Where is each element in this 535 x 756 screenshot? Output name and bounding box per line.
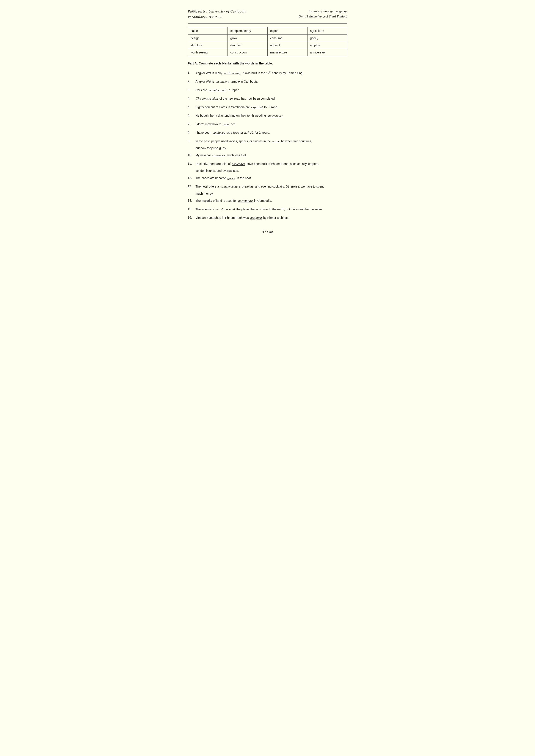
table-cell: employ <box>307 41 347 49</box>
table-cell: anniversary <box>307 49 347 56</box>
item-number: 13. <box>188 184 196 189</box>
unit-info: Unit 11 (Interchange 2 Third Edition) <box>299 14 348 19</box>
list-item: 7.I don't know how to grow rice. <box>188 122 348 127</box>
item-text: The hotel offers a complementary breakfa… <box>196 184 348 189</box>
item-text: The scientists just discovered the plane… <box>196 207 348 212</box>
answer-text: discovered <box>221 207 235 211</box>
footer-superscript: rd <box>264 230 266 232</box>
item-number: 2. <box>188 79 196 84</box>
table-cell: export <box>268 27 307 35</box>
item-number: 5. <box>188 105 196 109</box>
exercise-list: 1.Angkor Wat is really worth seeing. It … <box>188 70 348 221</box>
item-text: The majority of land is used for agricul… <box>196 198 348 204</box>
table-cell: battle <box>188 27 228 35</box>
list-item: 10.My new car consumes much less fuel. <box>188 153 348 158</box>
table-cell: structure <box>188 41 228 49</box>
exercise-item-8: 8.I have been employed as a teacher at P… <box>188 130 348 136</box>
table-row: battlecomplementaryexportagriculture <box>188 27 347 35</box>
continuation-text: but now they use guns. <box>188 146 348 150</box>
item-text: Eighty percent of cloths in Cambodia are… <box>196 105 348 110</box>
table-cell: ancient <box>268 41 307 49</box>
item-number: 6. <box>188 113 196 118</box>
exercise-item-7: 7.I don't know how to grow rice. <box>188 122 348 127</box>
answer-text: gooey <box>228 176 235 180</box>
table-cell: worth seeing <box>188 49 228 56</box>
course-name: Vocabulary– IEAP-L3 <box>188 14 247 20</box>
answer-text: designed <box>250 216 262 219</box>
institute-name: Institute of Foreign Language <box>299 9 348 14</box>
list-item: 6.He bought her a diamond ring on their … <box>188 113 348 119</box>
item-text: I have been employed as a teacher at PUC… <box>196 130 348 136</box>
item-number: 9. <box>188 139 196 143</box>
item-text: Recently, there are a lot of structures … <box>196 161 348 167</box>
exercise-item-13: 13.The hotel offers a complementary brea… <box>188 184 348 189</box>
answer-text: anniversary <box>268 114 283 117</box>
table-cell: consume <box>268 35 307 41</box>
item-number: 16. <box>188 215 196 220</box>
item-text: In the past, people used knives, spears,… <box>196 139 348 144</box>
list-item: 12.The chocolate became gooey in the hea… <box>188 176 348 181</box>
continuation-text: condominiums, and overpasses. <box>188 168 348 173</box>
item-number: 12. <box>188 176 196 180</box>
exercise-item-15: 15.The scientists just discovered the pl… <box>188 207 348 212</box>
list-item: 8.I have been employed as a teacher at P… <box>188 130 348 136</box>
answer-text: agriculture <box>238 199 253 202</box>
list-item: 16.Vimean Santephep in Phnom Penh was de… <box>188 215 348 221</box>
list-item: 14.The majority of land is used for agri… <box>188 198 348 204</box>
table-cell: agriculture <box>307 27 347 35</box>
table-cell: manufacture <box>268 49 307 56</box>
answer-text: The construction <box>196 97 218 100</box>
continuation-text: much money. <box>188 191 348 196</box>
item-number: 14. <box>188 198 196 203</box>
exercise-item-9: 9.In the past, people used knives, spear… <box>188 139 348 144</box>
vocab-table: battlecomplementaryexportagriculturedesi… <box>188 27 348 56</box>
list-item: 3.Cars are manufactured in Japan. <box>188 88 348 93</box>
exercise-item-1: 1.Angkor Wat is really worth seeing. It … <box>188 70 348 76</box>
item-text: Cars are manufactured in Japan. <box>196 88 348 93</box>
item-text: I don't know how to grow rice. <box>196 122 348 127</box>
footer-text: 3rd Unit <box>262 230 273 234</box>
table-cell: complementary <box>228 27 268 35</box>
exercise-item-4: 4.The construction of the new road has n… <box>188 96 348 101</box>
item-text: Angkor Wat is an ancient temple in Cambo… <box>196 79 348 85</box>
item-number: 11. <box>188 161 196 166</box>
item-text: The construction of the new road has now… <box>196 96 348 101</box>
part-a-heading: Part A: Complete each blanks with the wo… <box>188 61 348 66</box>
table-cell: design <box>188 35 228 41</box>
item-text: Angkor Wat is really worth seeing. It wa… <box>196 70 348 76</box>
table-row: worth seeingconstructionmanufactureanniv… <box>188 49 347 56</box>
answer-text: battle <box>272 140 280 143</box>
list-item: 1.Angkor Wat is really worth seeing. It … <box>188 70 348 76</box>
list-item: 2.Angkor Wat is an ancient temple in Cam… <box>188 79 348 85</box>
answer-text: complementary <box>220 185 240 188</box>
header-divider <box>188 23 348 24</box>
list-item: 13.The hotel offers a complementary brea… <box>188 184 348 196</box>
item-text: He bought her a diamond ring on their te… <box>196 113 348 119</box>
exercise-item-14: 14.The majority of land is used for agri… <box>188 198 348 204</box>
item-number: 10. <box>188 153 196 157</box>
table-cell: gooey <box>307 35 347 41</box>
header-right: Institute of Foreign Language Unit 11 (I… <box>299 9 348 19</box>
answer-text: grow <box>223 122 229 126</box>
list-item: 5.Eighty percent of cloths in Cambodia a… <box>188 105 348 110</box>
answer-text: an ancient <box>216 80 229 83</box>
item-number: 7. <box>188 122 196 126</box>
exercise-item-10: 10.My new car consumes much less fuel. <box>188 153 348 158</box>
table-row: designgrowconsumegooey <box>188 35 347 41</box>
exercise-item-3: 3.Cars are manufactured in Japan. <box>188 88 348 93</box>
answer-text: consumes <box>212 153 225 157</box>
answer-text: exported <box>251 105 263 109</box>
page-header: Paññāsāstra University of Cambodia Vocab… <box>188 9 348 20</box>
superscript: th <box>269 71 271 73</box>
item-number: 4. <box>188 96 196 101</box>
list-item: 9.In the past, people used knives, spear… <box>188 139 348 151</box>
header-left: Paññāsāstra University of Cambodia Vocab… <box>188 9 247 20</box>
item-text: The chocolate became gooey in the heat. <box>196 176 348 181</box>
answer-text: employed <box>213 131 225 134</box>
list-item: 15.The scientists just discovered the pl… <box>188 207 348 212</box>
table-cell: grow <box>228 35 268 41</box>
exercise-item-2: 2.Angkor Wat is an ancient temple in Cam… <box>188 79 348 85</box>
exercise-item-5: 5.Eighty percent of cloths in Cambodia a… <box>188 105 348 110</box>
table-cell: construction <box>228 49 268 56</box>
table-row: structurediscoverancientemploy <box>188 41 347 49</box>
